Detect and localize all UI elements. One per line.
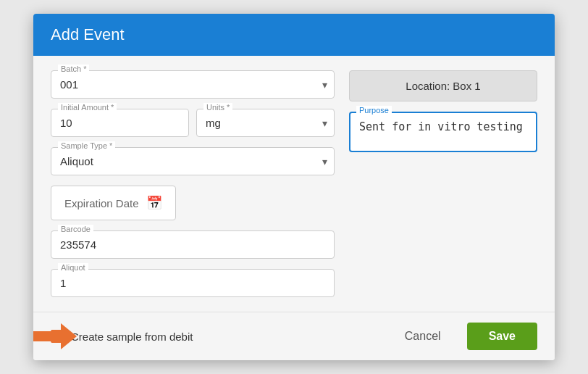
footer-actions: Cancel Save xyxy=(393,323,537,350)
create-sample-label: Create sample from debit xyxy=(71,331,193,343)
save-button[interactable]: Save xyxy=(467,323,537,350)
units-label: Units * xyxy=(203,103,232,112)
right-column: Location: Box 1 Purpose Sent for in vitr… xyxy=(349,70,537,297)
sample-type-select[interactable]: Aliquot Plasma Serum Tissue xyxy=(51,147,335,175)
sample-type-label: Sample Type * xyxy=(58,141,115,150)
arrow-head xyxy=(61,323,77,349)
arrow-indicator xyxy=(33,323,77,349)
aliquot-wrapper: Aliquot xyxy=(51,269,335,297)
barcode-label: Barcode xyxy=(58,225,93,233)
dialog-title: Add Event xyxy=(51,25,537,44)
location-button[interactable]: Location: Box 1 xyxy=(349,70,537,101)
purpose-label: Purpose xyxy=(356,106,392,115)
sample-type-wrapper: Sample Type * Aliquot Plasma Serum Tissu… xyxy=(51,147,335,175)
batch-wrapper: Batch * 001 ▾ xyxy=(51,70,335,99)
initial-amount-input[interactable] xyxy=(51,109,189,137)
aliquot-label: Aliquot xyxy=(58,263,88,272)
dialog-header: Add Event xyxy=(33,14,555,56)
create-sample-group: Create sample from debit xyxy=(51,330,393,343)
left-column: Batch * 001 ▾ Initial Amount * Units * m… xyxy=(51,70,335,297)
aliquot-input[interactable] xyxy=(51,269,335,297)
initial-amount-label: Initial Amount * xyxy=(58,103,117,112)
dialog-footer: Create sample from debit Cancel Save xyxy=(33,312,555,360)
batch-label: Batch * xyxy=(58,65,89,73)
expiration-date-label: Expiration Date xyxy=(64,197,139,209)
dialog-body: Batch * 001 ▾ Initial Amount * Units * m… xyxy=(33,56,555,312)
units-select[interactable]: mg g ml µl xyxy=(196,109,335,137)
expiration-date-button[interactable]: Expiration Date 📅 xyxy=(51,186,176,220)
location-label: Location: Box 1 xyxy=(406,80,480,92)
barcode-input[interactable] xyxy=(51,230,335,259)
batch-select[interactable]: 001 xyxy=(51,70,335,99)
amount-units-group: Initial Amount * Units * mg g ml µl ▾ xyxy=(51,109,335,137)
cancel-button[interactable]: Cancel xyxy=(393,324,453,349)
purpose-input[interactable]: Sent for in vitro testing xyxy=(349,112,537,152)
initial-amount-wrapper: Initial Amount * xyxy=(51,109,189,137)
purpose-wrapper: Purpose Sent for in vitro testing xyxy=(349,112,537,155)
units-wrapper: Units * mg g ml µl ▾ xyxy=(196,109,335,137)
barcode-wrapper: Barcode xyxy=(51,230,335,259)
add-event-dialog: Add Event Batch * 001 ▾ Initial Amount * xyxy=(33,14,555,360)
calendar-icon: 📅 xyxy=(146,195,162,211)
arrow-body xyxy=(33,331,61,341)
